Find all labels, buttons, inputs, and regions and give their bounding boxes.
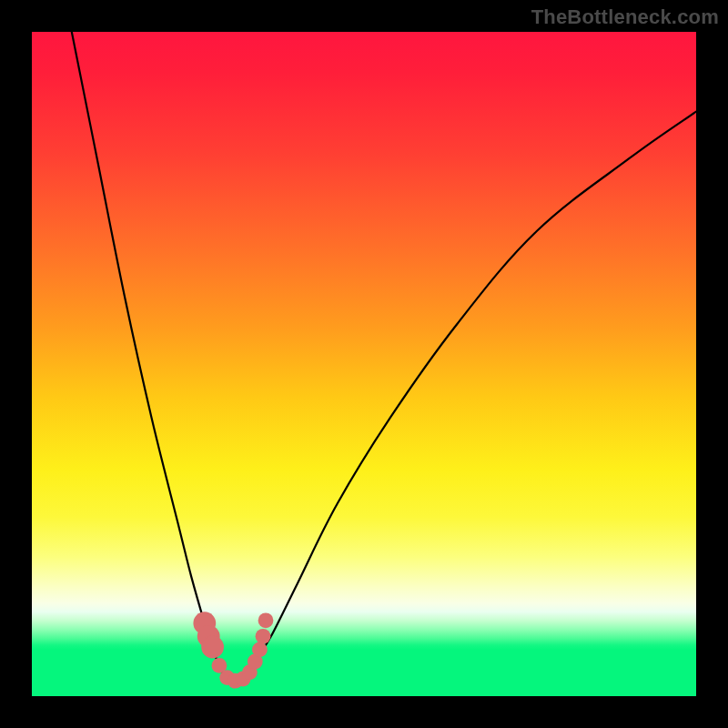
attribution-text: TheBottleneck.com xyxy=(531,5,719,29)
chart-overlay xyxy=(32,32,696,696)
plot-area xyxy=(32,32,696,696)
highlight-dots xyxy=(193,612,273,688)
highlight-dot xyxy=(252,642,268,658)
bottleneck-curve xyxy=(72,32,696,683)
outer-frame: TheBottleneck.com xyxy=(0,0,728,728)
highlight-dot xyxy=(201,636,224,659)
highlight-dot xyxy=(256,629,271,644)
highlight-dot xyxy=(258,612,274,628)
